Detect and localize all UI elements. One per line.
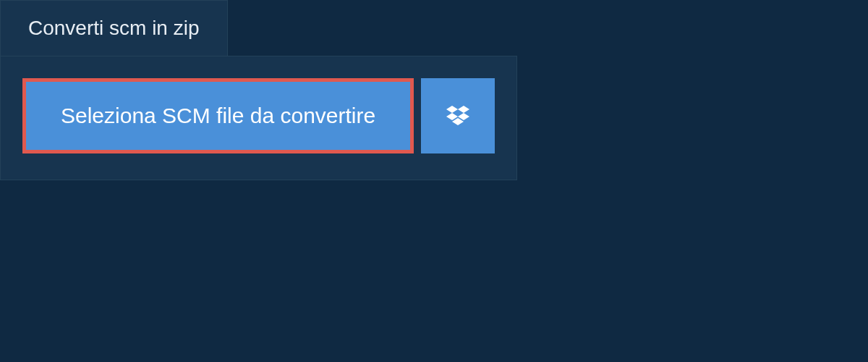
dropbox-icon xyxy=(446,104,470,127)
tab-convert[interactable]: Converti scm in zip xyxy=(0,0,228,56)
select-file-button[interactable]: Seleziona SCM file da convertire xyxy=(26,82,410,150)
dropbox-button[interactable] xyxy=(421,78,495,153)
conversion-panel: Seleziona SCM file da convertire xyxy=(0,56,517,180)
button-row: Seleziona SCM file da convertire xyxy=(22,78,495,153)
select-file-highlight: Seleziona SCM file da convertire xyxy=(22,78,414,153)
